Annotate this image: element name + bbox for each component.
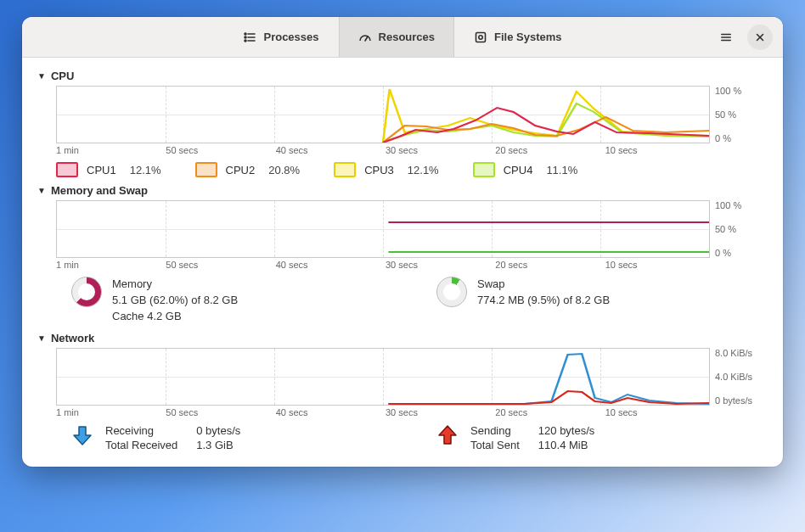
send-total-value: 110.4 MiB [538, 439, 595, 451]
cpu-chart [56, 86, 710, 143]
cpu4-legend-item[interactable]: CPU4 11.1% [473, 162, 578, 177]
memory-pie-icon [71, 277, 102, 307]
memory-value: 5.1 GB (62.0%) of 8.2 GB [112, 293, 238, 309]
send-rate-value: 120 bytes/s [538, 424, 595, 437]
network-chart [56, 348, 710, 406]
cpu-x-axis: 1 min50 secs 40 secs30 secs 20 secs10 se… [56, 145, 768, 155]
send-total-label: Total Sent [470, 439, 520, 451]
recv-rate-label: Receiving [105, 424, 177, 437]
memory-cache: Cache 4.2 GB [112, 309, 238, 325]
network-y-axis: 8.0 KiB/s 4.0 KiB/s 0 bytes/s [710, 348, 768, 406]
recv-total-value: 1.3 GiB [196, 439, 240, 451]
cpu-lines [57, 87, 709, 143]
memory-lines [57, 201, 709, 257]
cpu-legend: CPU1 12.1% CPU2 20.8% CPU3 12.1% CPU4 11… [56, 162, 768, 177]
svg-point-2 [245, 36, 246, 38]
network-x-axis: 1 min50 secs 40 secs30 secs 20 secs10 se… [56, 407, 768, 417]
swatch-icon [56, 162, 78, 177]
memory-label: Memory [112, 277, 238, 293]
network-receiving: Receiving 0 bytes/s Total Received 1.3 G… [71, 424, 402, 451]
swatch-icon [195, 162, 217, 177]
cpu-y-axis: 100 % 50 % 0 % [710, 86, 768, 143]
memory-usage: Memory 5.1 GB (62.0%) of 8.2 GB Cache 4.… [71, 277, 402, 325]
memory-section-header[interactable]: ▼ Memory and Swap [37, 181, 768, 199]
network-sending: Sending 120 bytes/s Total Sent 110.4 MiB [436, 424, 768, 451]
network-lines [57, 349, 709, 405]
section-title: Memory and Swap [51, 184, 148, 197]
svg-rect-7 [476, 32, 486, 42]
content-area: ▼ CPU [22, 58, 783, 467]
recv-total-label: Total Received [105, 439, 177, 451]
close-button[interactable] [747, 25, 773, 50]
network-section-header[interactable]: ▼ Network [37, 328, 768, 346]
swap-pie-icon [436, 277, 467, 307]
cpu2-legend-item[interactable]: CPU2 20.8% [195, 162, 301, 177]
cpu-section-header[interactable]: ▼ CPU [37, 66, 768, 84]
tab-processes[interactable]: Processes [223, 17, 338, 57]
svg-point-4 [245, 40, 246, 42]
memory-x-axis: 1 min50 secs 40 secs30 secs 20 secs10 se… [56, 260, 768, 270]
tab-label: File Systems [494, 31, 562, 43]
system-monitor-window: Processes Resources File Systems [22, 17, 783, 467]
tab-resources[interactable]: Resources [339, 17, 454, 57]
chevron-down-icon: ▼ [37, 186, 46, 195]
section-title: CPU [51, 70, 74, 82]
tab-label: Processes [263, 31, 318, 43]
view-switcher: Processes Resources File Systems [223, 17, 581, 57]
chevron-down-icon: ▼ [37, 71, 46, 81]
svg-point-0 [245, 33, 246, 35]
network-section: ▼ Network 8.0 KiB/s 4.0 KiB/s 0 bytes/s [37, 328, 768, 451]
swatch-icon [473, 162, 495, 177]
download-arrow-icon [71, 424, 93, 446]
memory-chart [56, 200, 710, 258]
recv-rate-value: 0 bytes/s [196, 424, 240, 437]
memory-section: ▼ Memory and Swap 100 % 50 % 0 % [37, 181, 768, 325]
hamburger-menu-button[interactable] [713, 25, 739, 50]
list-icon [243, 31, 256, 44]
network-details: Receiving 0 bytes/s Total Received 1.3 G… [71, 424, 768, 451]
cpu-section: ▼ CPU [37, 66, 768, 177]
swap-value: 774.2 MB (9.5%) of 8.2 GB [477, 293, 610, 309]
svg-point-8 [479, 35, 482, 38]
swap-label: Swap [477, 277, 610, 293]
memory-details: Memory 5.1 GB (62.0%) of 8.2 GB Cache 4.… [71, 277, 768, 325]
send-rate-label: Sending [470, 424, 520, 437]
speedometer-icon [358, 31, 372, 44]
memory-y-axis: 100 % 50 % 0 % [710, 200, 768, 258]
swatch-icon [334, 162, 356, 177]
tab-filesystems[interactable]: File Systems [454, 17, 582, 57]
titlebar: Processes Resources File Systems [22, 17, 783, 58]
svg-line-6 [365, 36, 368, 41]
chevron-down-icon: ▼ [37, 333, 46, 343]
tab-label: Resources [379, 31, 435, 43]
cpu3-legend-item[interactable]: CPU3 12.1% [334, 162, 439, 177]
section-title: Network [51, 332, 94, 344]
swap-usage: Swap 774.2 MB (9.5%) of 8.2 GB [436, 277, 768, 325]
disk-icon [474, 31, 487, 44]
cpu1-legend-item[interactable]: CPU1 12.1% [56, 162, 161, 177]
upload-arrow-icon [436, 424, 459, 446]
